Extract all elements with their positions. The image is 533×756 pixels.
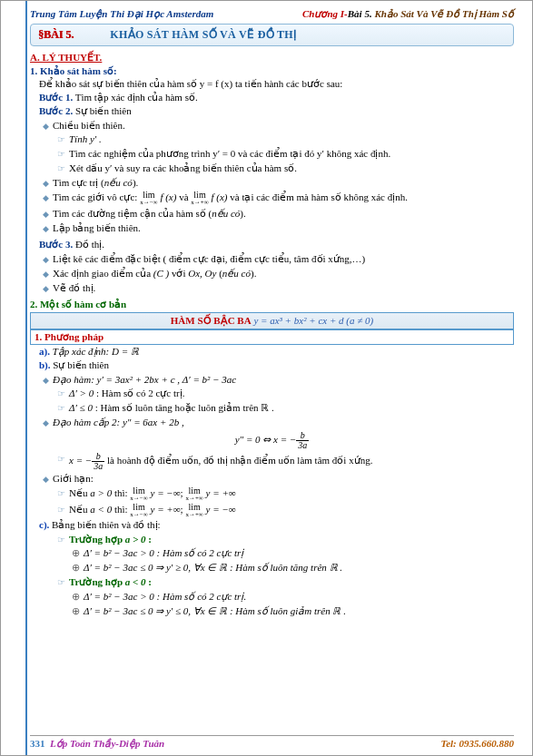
section-a-heading: A. LÝ THUYẾT. — [30, 52, 514, 64]
footer: 331 Lớp Toán Thầy-Diệp Tuân Tel: 0935.66… — [30, 735, 514, 750]
header: Trung Tâm Luyện Thi Đại Học Amsterdam Ch… — [30, 8, 514, 20]
header-left: Trung Tâm Luyện Thi Đại Học Amsterdam — [30, 8, 213, 20]
section-1-heading: 1. Khảo sát hàm số: — [30, 65, 514, 77]
header-right: Chương I-Bài 5. Khảo Sát Và Vẽ Đồ Thị Hà… — [302, 8, 514, 20]
hand-icon: ☞ — [57, 576, 65, 589]
bullet-item: ⊕Δ′ = b² − 3ac > 0 : Hàm số có 2 cực trị… — [72, 590, 514, 604]
part-c: c). Bảng biến thiên và đồ thị: — [39, 518, 514, 532]
hand-icon: ☞ — [57, 388, 65, 400]
bullet-item: ◆Liệt kê các điểm đặc biệt ( điểm cực đạ… — [43, 252, 514, 266]
diamond-icon: ◆ — [43, 223, 49, 234]
page-number: 331 — [30, 738, 45, 749]
hand-icon: ☞ — [57, 453, 65, 466]
lesson-title: KHẢO SÁT HÀM SỐ VÀ VẼ ĐỒ THỊ — [110, 28, 297, 42]
margin-line — [25, 1, 27, 755]
diamond-icon: ◆ — [43, 192, 49, 203]
page: Trung Tâm Luyện Thi Đại Học Amsterdam Ch… — [0, 0, 533, 756]
bullet-item: ☞ x = −b3a là hoành độ điểm uốn, đồ thị … — [57, 452, 514, 471]
diamond-icon: ◆ — [43, 269, 49, 280]
hand-icon: ☞ — [57, 504, 65, 516]
hand-icon: ☞ — [57, 534, 65, 546]
hand-icon: ☞ — [57, 133, 65, 146]
diamond-icon: ◆ — [43, 178, 49, 189]
bullet-item: ◆Tìm cực trị (nếu có). — [43, 176, 514, 190]
bullet-item: ◆Đạo hàm: y′ = 3ax² + 2bx + c , Δ′ = b² … — [43, 373, 514, 387]
hand-icon: ☞ — [57, 487, 65, 500]
bullet-item: ☞ Nếu a < 0 thì: limx→−∞ y = +∞; limx→+∞… — [57, 503, 514, 518]
lesson-number: §BÀI 5. — [38, 28, 74, 42]
bullet-item: ◆Giới hạn: — [43, 472, 514, 486]
footer-author: Lớp Toán Thầy-Diệp Tuân — [50, 738, 164, 749]
circle-plus-icon: ⊕ — [72, 590, 80, 604]
diamond-icon: ◆ — [43, 209, 49, 220]
footer-tel: Tel: 0935.660.880 — [440, 738, 514, 750]
hand-icon: ☞ — [57, 162, 65, 175]
bullet-item: ◆ Tìm các giới vô cực: limx→−∞ f (x) và … — [43, 191, 514, 206]
case-heading: ☞Trường hợp a > 0 : — [57, 533, 514, 546]
bullet-item: ☞Δ′ > 0 : Hàm số có 2 cực trị. — [57, 387, 514, 400]
step3: Bước 3. Đồ thị. — [39, 238, 514, 251]
case-heading: ☞Trường hợp a < 0 : — [57, 575, 514, 589]
bullet-item: ◆Tìm các đường tiệm cận của hàm số (nếu … — [43, 207, 514, 221]
bullet-item: ☞Δ′ ≤ 0 : Hàm số luôn tăng hoặc luôn giả… — [57, 401, 514, 415]
diamond-icon: ◆ — [43, 474, 49, 485]
part-a: a). Tập xác định: D = ℝ — [39, 345, 514, 358]
diamond-icon: ◆ — [43, 375, 49, 386]
hand-icon: ☞ — [57, 148, 65, 161]
bullet-item: ◆Đạo hàm cấp 2: y″ = 6ax + 2b , — [43, 416, 514, 429]
bullet-item: ⊕Δ′ = b² − 3ac > 0 : Hàm số có 2 cực trị — [72, 546, 514, 560]
diamond-icon: ◆ — [43, 121, 49, 132]
circle-plus-icon: ⊕ — [72, 561, 80, 574]
bullet-item: ⊕Δ′ = b² − 3ac ≤ 0 ⇒ y′ ≤ 0, ∀x ∈ ℝ : Hà… — [72, 604, 514, 618]
hand-icon: ☞ — [57, 402, 65, 415]
diamond-icon: ◆ — [43, 283, 49, 294]
bullet-item: ☞Tìm các nghiệm của phương trình y′ = 0 … — [57, 147, 514, 161]
intro-text: Để khảo sát sự biến thiên của hàm số y =… — [39, 77, 514, 91]
title-banner: §BÀI 5. KHẢO SÁT HÀM SỐ VÀ VẼ ĐỒ THỊ — [30, 24, 514, 46]
circle-plus-icon: ⊕ — [72, 546, 80, 560]
diamond-icon: ◆ — [43, 254, 49, 265]
bullet-item: ◆Vẽ đồ thị. — [43, 281, 514, 295]
bullet-item: ⊕Δ′ = b² − 3ac ≤ 0 ⇒ y′ ≥ 0, ∀x ∈ ℝ : Hà… — [72, 561, 514, 574]
step2: Bước 2. Sự biến thiên — [39, 104, 514, 118]
diamond-icon: ◆ — [43, 417, 49, 428]
section-2-heading: 2. Một số hàm cơ bản — [30, 299, 514, 310]
step1: Bước 1. Tìm tập xác định của hàm số. — [39, 91, 514, 104]
bullet-item: ◆Chiều biến thiên. — [43, 119, 514, 133]
bullet-item: ☞Xét dấu y′ và suy ra các khoảng biến th… — [57, 162, 514, 175]
part-b: b). Sự biến thiên — [39, 358, 514, 372]
bullet-item: ◆Lập bảng biến thiên. — [43, 221, 514, 235]
circle-plus-icon: ⊕ — [72, 604, 80, 618]
center-formula: y″ = 0 ⇔ x = −b3a — [30, 431, 514, 450]
cubic-label: HÀM SỐ BẬC BA — [171, 315, 252, 326]
cubic-formula: y = ax³ + bx² + cx + d (a ≠ 0) — [253, 315, 373, 326]
bullet-item: ◆Xác định giao điểm của (C ) với Ox, Oy … — [43, 267, 514, 280]
bullet-item: ☞Tính y′ . — [57, 133, 514, 146]
bullet-item: ☞ Nếu a > 0 thì: limx→−∞ y = −∞; limx→+∞… — [57, 486, 514, 502]
cubic-box: HÀM SỐ BẬC BA y = ax³ + bx² + cx + d (a … — [30, 312, 514, 329]
method-box: 1. Phương pháp — [30, 329, 514, 345]
